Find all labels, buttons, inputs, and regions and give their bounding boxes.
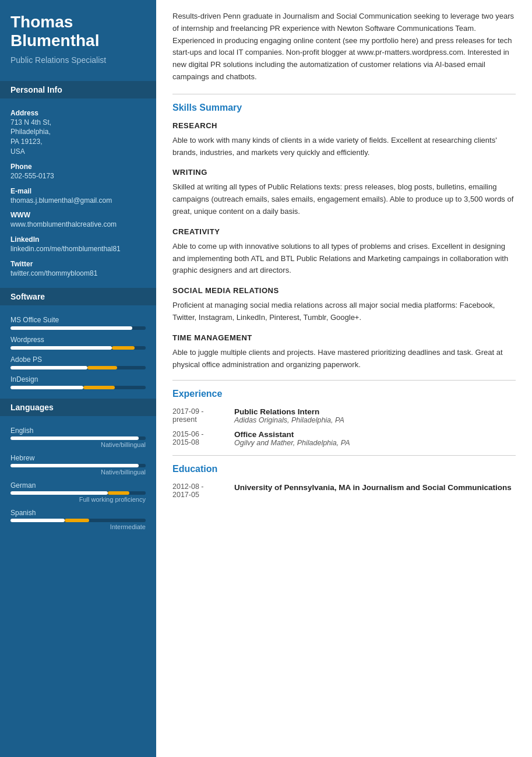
lang-spanish-name: Spanish: [10, 509, 146, 517]
skill-indesign-bar: [10, 386, 146, 389]
skill-writing-desc: Skilled at writing all types of Public R…: [172, 181, 516, 217]
linkedin-value: linkedin.com/me/thomblumenthal81: [10, 244, 146, 254]
skill-writing: WRITING Skilled at writing all types of …: [172, 168, 516, 217]
experience-1: 2017-09 -present Public Relations Intern…: [172, 407, 516, 424]
linkedin-label: LinkedIn: [10, 235, 146, 244]
email-label: E-mail: [10, 187, 146, 195]
skill-ms-office-bar: [10, 326, 146, 330]
email-value: thomas.j.blumenthal@gmail.com: [10, 196, 146, 206]
education-1: 2012-08 -2017-05 University of Pennsylva…: [172, 483, 516, 499]
phone-value: 202-555-0173: [10, 171, 146, 181]
skill-indesign-fill2: [83, 386, 114, 389]
twitter-label: Twitter: [10, 260, 146, 268]
lang-hebrew-name: Hebrew: [10, 454, 146, 462]
lang-english: English Native/billingual: [10, 427, 146, 448]
exp-2-title: Office Assistant: [234, 430, 350, 439]
skill-time-management-desc: Able to juggle multiple clients and proj…: [172, 347, 516, 371]
skill-research: RESEARCH Able to work with many kinds of…: [172, 121, 516, 159]
software-content: MS Office Suite Wordpress Adobe PS InDes…: [0, 305, 156, 392]
phone-label: Phone: [10, 163, 146, 171]
lang-spanish: Spanish Intermediate: [10, 509, 146, 530]
skill-creativity: CREATIVITY Able to come up with innovati…: [172, 227, 516, 277]
divider-2: [172, 380, 516, 381]
languages-content: English Native/billingual Hebrew Native/…: [0, 416, 156, 541]
lang-german-bar: [10, 491, 146, 495]
edu-1-content: University of Pennsylvania, MA in Journa…: [234, 483, 512, 499]
lang-german-name: German: [10, 481, 146, 490]
main-content: Results-driven Penn graduate in Journali…: [156, 0, 532, 757]
twitter-value: twitter.com/thommybloom81: [10, 269, 146, 279]
candidate-title: Public Relations Specialist: [10, 55, 146, 65]
experience-title: Experience: [172, 389, 516, 399]
skill-indesign: InDesign: [10, 375, 146, 389]
lang-spanish-level: Intermediate: [10, 523, 146, 530]
skill-adobe-ps-name: Adobe PS: [10, 355, 146, 364]
exp-1-date: 2017-09 -present: [172, 407, 225, 424]
skill-wordpress-fill: [10, 346, 112, 350]
lang-german-level: Full working proficiency: [10, 496, 146, 503]
software-header: Software: [0, 288, 156, 305]
skill-social-media-desc: Proficient at managing social media rela…: [172, 300, 516, 324]
skill-time-management-label: TIME MANAGEMENT: [172, 333, 516, 342]
skill-adobe-ps-fill2: [87, 366, 117, 369]
edu-1-degree: University of Pennsylvania, MA in Journa…: [234, 483, 512, 494]
skill-indesign-fill: [10, 386, 83, 389]
experience-2: 2015-06 -2015-08 Office Assistant Ogilvy…: [172, 430, 516, 447]
lang-english-level: Native/billingual: [10, 441, 146, 448]
address-value: 713 N 4th St,Philadelphia,PA 19123,USA: [10, 118, 146, 157]
lang-english-bar: [10, 436, 146, 440]
education-title: Education: [172, 464, 516, 474]
exp-1-content: Public Relations Intern Adidas Originals…: [234, 407, 344, 424]
exp-1-title: Public Relations Intern: [234, 407, 344, 416]
skill-creativity-label: CREATIVITY: [172, 227, 516, 236]
skill-wordpress: Wordpress: [10, 336, 146, 350]
www-value: www.thomblumenthalcreative.com: [10, 220, 146, 230]
exp-2-content: Office Assistant Ogilvy and Mather, Phil…: [234, 430, 350, 447]
exp-1-company: Adidas Originals, Philadelphia, PA: [234, 416, 344, 424]
sidebar-header: Thomas Blumenthal Public Relations Speci…: [0, 0, 156, 74]
skill-adobe-ps: Adobe PS: [10, 355, 146, 369]
lang-spanish-bar: [10, 519, 146, 522]
languages-header: Languages: [0, 399, 156, 416]
skill-social-media: SOCIAL MEDIA RELATIONS Proficient at man…: [172, 286, 516, 324]
lang-spanish-fill: [10, 519, 65, 522]
lang-english-fill: [10, 436, 139, 440]
skill-adobe-ps-fill: [10, 366, 87, 369]
lang-german-fill2: [108, 491, 129, 495]
www-label: WWW: [10, 211, 146, 219]
lang-hebrew-level: Native/billingual: [10, 469, 146, 476]
sidebar: Thomas Blumenthal Public Relations Speci…: [0, 0, 156, 757]
skill-ms-office-name: MS Office Suite: [10, 316, 146, 324]
summary-text: Results-driven Penn graduate in Journali…: [172, 10, 516, 83]
divider-3: [172, 455, 516, 456]
candidate-name: Thomas Blumenthal: [10, 13, 146, 50]
personal-info-content: Address 713 N 4th St,Philadelphia,PA 191…: [0, 98, 156, 281]
exp-2-date: 2015-06 -2015-08: [172, 430, 225, 447]
address-label: Address: [10, 109, 146, 117]
lang-hebrew-fill: [10, 464, 139, 467]
skill-wordpress-fill2: [112, 346, 135, 350]
skill-research-desc: Able to work with many kinds of clients …: [172, 135, 516, 159]
skill-writing-label: WRITING: [172, 168, 516, 177]
skill-wordpress-bar: [10, 346, 146, 350]
lang-spanish-fill2: [65, 519, 89, 522]
exp-2-company: Ogilvy and Mather, Philadelphia, PA: [234, 439, 350, 447]
edu-1-date: 2012-08 -2017-05: [172, 483, 225, 499]
skill-ms-office-fill: [10, 326, 132, 330]
skill-social-media-label: SOCIAL MEDIA RELATIONS: [172, 286, 516, 295]
skill-adobe-ps-bar: [10, 366, 146, 369]
skill-time-management: TIME MANAGEMENT Able to juggle multiple …: [172, 333, 516, 371]
lang-hebrew-bar: [10, 464, 146, 467]
skills-title: Skills Summary: [172, 103, 516, 113]
skill-creativity-desc: Able to come up with innovative solution…: [172, 241, 516, 277]
skill-research-label: RESEARCH: [172, 121, 516, 130]
skill-wordpress-name: Wordpress: [10, 336, 146, 344]
lang-german-fill: [10, 491, 108, 495]
lang-english-name: English: [10, 427, 146, 435]
personal-info-header: Personal Info: [0, 81, 156, 98]
skill-ms-office: MS Office Suite: [10, 316, 146, 330]
lang-hebrew: Hebrew Native/billingual: [10, 454, 146, 476]
skill-indesign-name: InDesign: [10, 375, 146, 383]
lang-german: German Full working proficiency: [10, 481, 146, 503]
divider-1: [172, 94, 516, 94]
